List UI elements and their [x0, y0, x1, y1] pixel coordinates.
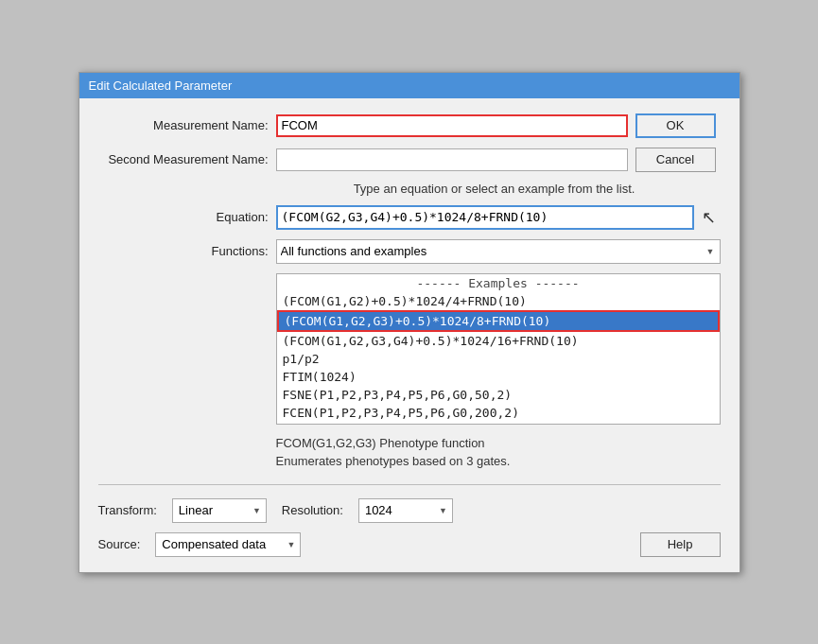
source-row: Source: Compensated data Uncompensated d… — [98, 532, 721, 557]
second-measurement-name-label: Second Measurement Name: — [98, 152, 269, 166]
resolution-select[interactable]: 256 512 1024 2048 4096 — [358, 498, 453, 523]
source-select[interactable]: Compensated data Uncompensated data — [155, 532, 301, 557]
list-item[interactable]: (FCOM(G1,G2,G3)+0.5)*1024/8+FRND(10) — [277, 310, 720, 332]
instruction-text: Type an equation or select an example fr… — [98, 182, 721, 196]
list-item[interactable]: FSNE(P1,P2,P3,P4,P5,P6,G0,50,2) — [277, 386, 720, 404]
list-item[interactable]: FCEN(P1,P2,P3,P4,P5,P6,G0,200,2) — [277, 404, 720, 422]
resolution-label: Resolution: — [282, 503, 343, 517]
transform-select[interactable]: Linear Log Biex — [172, 498, 267, 523]
functions-select-wrapper: All functions and examples — [276, 239, 721, 264]
second-measurement-name-input-wrap — [276, 148, 628, 171]
measurement-name-label: Measurement Name: — [98, 118, 269, 132]
transform-select-wrap: Linear Log Biex — [172, 498, 267, 523]
list-item[interactable]: (FCOM(G1,G2,G3,G4)+0.5)*1024/16+FRND(10) — [277, 332, 720, 350]
description-area: FCOM(G1,G2,G3) Phenotype function Enumer… — [276, 434, 721, 471]
edit-calculated-parameter-dialog: Edit Calculated Parameter Measurement Na… — [78, 72, 740, 573]
functions-label: Functions: — [98, 244, 269, 258]
cursor-icon: ↖ — [702, 207, 721, 228]
help-button[interactable]: Help — [640, 532, 721, 557]
list-item[interactable]: p1/p2 — [277, 350, 720, 368]
measurement-name-row: Measurement Name: OK — [98, 113, 721, 138]
transform-label: Transform: — [98, 503, 157, 517]
equation-row: Equation: ↖ — [98, 205, 721, 230]
second-measurement-name-input[interactable] — [276, 148, 628, 171]
listbox-container[interactable]: ------ Examples ------ (FCOM(G1,G2)+0.5)… — [276, 273, 721, 425]
source-select-wrap: Compensated data Uncompensated data — [155, 532, 301, 557]
equation-label: Equation: — [98, 210, 269, 224]
cancel-button[interactable]: Cancel — [635, 148, 716, 172]
help-btn-wrap: Help — [640, 532, 721, 557]
list-item[interactable]: FTIM(1024) — [277, 368, 720, 386]
second-measurement-name-row: Second Measurement Name: Cancel — [98, 148, 721, 172]
measurement-name-input[interactable] — [276, 114, 628, 137]
listbox-header: ------ Examples ------ — [277, 274, 720, 292]
description-line1: FCOM(G1,G2,G3) Phenotype function — [276, 434, 721, 453]
ok-button[interactable]: OK — [635, 113, 716, 138]
transform-resolution-row: Transform: Linear Log Biex Resolution: 2… — [98, 498, 721, 523]
divider — [98, 484, 721, 485]
equation-input[interactable] — [276, 205, 694, 230]
dialog-titlebar: Edit Calculated Parameter — [79, 73, 740, 98]
source-label: Source: — [98, 537, 141, 551]
description-line2: Enumerates phenotypes based on 3 gates. — [276, 452, 721, 471]
list-item[interactable]: (FCOM(G1,G2)+0.5)*1024/4+FRND(10) — [277, 292, 720, 310]
functions-row: Functions: All functions and examples — [98, 239, 721, 264]
resolution-select-wrap: 256 512 1024 2048 4096 — [358, 498, 453, 523]
ok-btn-col: OK — [635, 113, 721, 138]
cancel-btn-col: Cancel — [635, 148, 721, 172]
measurement-name-input-wrap — [276, 114, 628, 137]
dialog-title: Edit Calculated Parameter — [89, 78, 233, 93]
functions-select[interactable]: All functions and examples — [276, 239, 721, 264]
